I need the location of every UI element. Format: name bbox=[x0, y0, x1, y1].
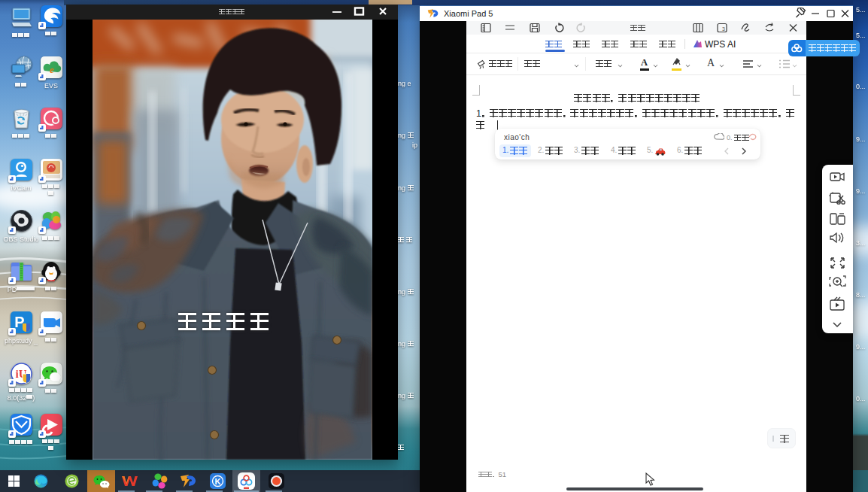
svg-text:e: e bbox=[50, 64, 54, 75]
svg-text:K: K bbox=[214, 477, 220, 486]
svg-text:3: 3 bbox=[722, 26, 725, 32]
